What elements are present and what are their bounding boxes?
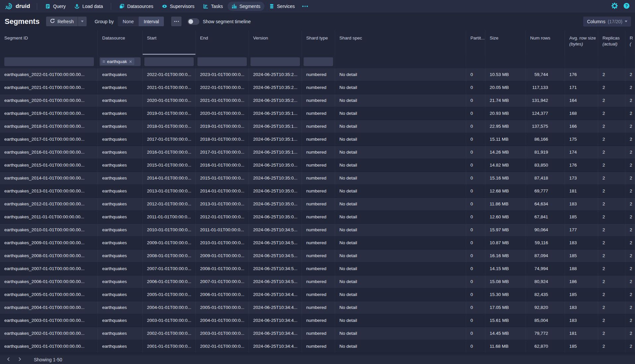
cell-size[interactable]: 15.97 MB <box>485 224 526 236</box>
cell-size[interactable]: 10.87 MB <box>485 237 526 249</box>
cell-replication_factor[interactable]: 2 <box>625 327 635 340</box>
column-header-replicas[interactable]: Replicas(actual) <box>598 30 625 55</box>
cell-version[interactable]: 2024-06-25T10:35:0... <box>249 211 302 223</box>
cell-start[interactable]: 2002-01-01T00:00:0... <box>143 327 196 340</box>
cell-replication_factor[interactable]: 2 <box>625 146 635 159</box>
cell-shard_type[interactable]: numbered <box>302 301 335 314</box>
cell-datasource[interactable]: earthquakes <box>98 81 143 94</box>
cell-start[interactable]: 2004-01-01T00:00:0... <box>143 301 196 314</box>
cell-size[interactable]: 15.16 MB <box>485 172 526 184</box>
refresh-button[interactable]: Refresh <box>46 17 78 26</box>
cell-start[interactable]: 2005-01-01T00:00:0... <box>143 288 196 301</box>
column-header-size[interactable]: Size <box>485 30 526 55</box>
cell-replicas[interactable]: 2 <box>598 133 625 146</box>
cell-partition[interactable]: 0 <box>466 224 485 236</box>
column-header-version[interactable]: Version <box>249 30 302 55</box>
cell-segment_id[interactable]: earthquakes_2014-01-01T00:00:00.00... <box>0 172 98 184</box>
cell-replication_factor[interactable]: 2 <box>625 288 635 301</box>
cell-num_rows[interactable]: 87,418 <box>526 172 565 184</box>
cell-shard_type[interactable]: numbered <box>302 159 335 172</box>
cell-partition[interactable]: 0 <box>466 327 485 340</box>
cell-end[interactable]: 2016-01-01T00:00:0... <box>196 159 249 172</box>
cell-avg_row_size[interactable]: 168 <box>565 107 598 120</box>
cell-shard_spec[interactable]: No detail <box>335 146 466 159</box>
column-header-partition[interactable]: Partit... <box>466 30 485 55</box>
cell-datasource[interactable]: earthquakes <box>98 275 143 288</box>
cell-version[interactable]: 2024-06-25T10:34:4... <box>249 301 302 314</box>
nav-item-load-data[interactable]: Load data <box>70 2 107 11</box>
cell-avg_row_size[interactable]: 188 <box>565 262 598 275</box>
cell-version[interactable]: 2024-06-25T10:35:2... <box>249 81 302 94</box>
cell-version[interactable]: 2024-06-25T10:34:5... <box>249 275 302 288</box>
group-by-interval-button[interactable]: Interval <box>139 17 164 26</box>
cell-avg_row_size[interactable]: 186 <box>565 275 598 288</box>
column-header-shard_spec[interactable]: Shard spec <box>335 30 466 55</box>
cell-datasource[interactable]: earthquakes <box>98 198 143 210</box>
cell-version[interactable]: 2024-06-25T10:35:0... <box>249 198 302 210</box>
cell-shard_spec[interactable]: No detail <box>335 133 466 146</box>
cell-segment_id[interactable]: earthquakes_2011-01-01T00:00:00.00... <box>0 211 98 223</box>
cell-shard_spec[interactable]: No detail <box>335 198 466 210</box>
cell-avg_row_size[interactable]: 177 <box>565 224 598 236</box>
cell-shard_spec[interactable]: No detail <box>335 262 466 275</box>
cell-version[interactable]: 2024-06-25T10:34:4... <box>249 288 302 301</box>
cell-start[interactable]: 2021-01-01T00:00:0... <box>143 81 196 94</box>
cell-shard_type[interactable]: numbered <box>302 185 335 197</box>
column-header-end[interactable]: End <box>196 30 249 55</box>
cell-end[interactable]: 2017-01-01T00:00:0... <box>196 146 249 159</box>
cell-partition[interactable]: 0 <box>466 159 485 172</box>
cell-end[interactable]: 2004-01-01T00:00:0... <box>196 314 249 327</box>
columns-button[interactable]: Columns (17/20) <box>583 17 631 27</box>
cell-segment_id[interactable]: earthquakes_2012-01-01T00:00:00.00... <box>0 198 98 210</box>
cell-shard_type[interactable]: numbered <box>302 340 335 353</box>
cell-num_rows[interactable]: 87,094 <box>526 250 565 262</box>
cell-replicas[interactable]: 2 <box>598 68 625 81</box>
cell-replicas[interactable]: 2 <box>598 262 625 275</box>
cell-replication_factor[interactable]: 2 <box>625 198 635 210</box>
cell-shard_type[interactable]: numbered <box>302 250 335 262</box>
cell-shard_type[interactable]: numbered <box>302 224 335 236</box>
cell-partition[interactable]: 0 <box>466 133 485 146</box>
prev-page-button[interactable] <box>3 356 13 363</box>
cell-replication_factor[interactable]: 2 <box>625 250 635 262</box>
cell-size[interactable]: 11.68 MB <box>485 340 526 353</box>
filter-input-end[interactable] <box>197 57 247 66</box>
cell-end[interactable]: 2023-01-01T00:00:0... <box>196 68 249 81</box>
cell-shard_spec[interactable]: No detail <box>335 314 466 327</box>
nav-item-services[interactable]: Services <box>265 2 299 11</box>
cell-datasource[interactable]: earthquakes <box>98 314 143 327</box>
cell-replication_factor[interactable]: 2 <box>625 301 635 314</box>
cell-size[interactable]: 15.08 MB <box>485 275 526 288</box>
cell-version[interactable]: 2024-06-25T10:34:5... <box>249 262 302 275</box>
cell-end[interactable]: 2015-01-01T00:00:0... <box>196 172 249 184</box>
cell-replication_factor[interactable]: 2 <box>625 185 635 197</box>
cell-replication_factor[interactable]: 2 <box>625 237 635 249</box>
nav-item-supervisors[interactable]: Supervisors <box>158 2 198 11</box>
toolbar-more-button[interactable] <box>171 17 181 26</box>
cell-num_rows[interactable]: 62,870 <box>526 340 565 353</box>
cell-version[interactable]: 2024-06-25T10:34:5... <box>249 224 302 236</box>
cell-avg_row_size[interactable]: 171 <box>565 81 598 94</box>
cell-segment_id[interactable]: earthquakes_2015-01-01T00:00:00.00... <box>0 159 98 172</box>
column-header-avg_row_size[interactable]: Avg. row size(bytes) <box>565 30 598 55</box>
cell-replicas[interactable]: 2 <box>598 146 625 159</box>
cell-start[interactable]: 2001-01-01T00:00:0... <box>143 340 196 353</box>
cell-segment_id[interactable]: earthquakes_2019-01-01T00:00:00.00... <box>0 107 98 120</box>
cell-version[interactable]: 2024-06-25T10:35:0... <box>249 159 302 172</box>
cell-num_rows[interactable]: 117,133 <box>526 81 565 94</box>
cell-replicas[interactable]: 2 <box>598 94 625 107</box>
column-header-datasource[interactable]: Datasource <box>98 30 143 55</box>
filter-input-version[interactable] <box>250 57 300 66</box>
cell-shard_type[interactable]: numbered <box>302 120 335 133</box>
cell-shard_type[interactable]: numbered <box>302 172 335 184</box>
cell-avg_row_size[interactable]: 185 <box>565 340 598 353</box>
cell-size[interactable]: 14.15 MB <box>485 262 526 275</box>
nav-item-segments[interactable]: Segments <box>228 2 264 11</box>
cell-replicas[interactable]: 2 <box>598 275 625 288</box>
cell-shard_spec[interactable]: No detail <box>335 172 466 184</box>
cell-end[interactable]: 2019-01-01T00:00:0... <box>196 120 249 133</box>
cell-size[interactable]: 12.68 MB <box>485 185 526 197</box>
column-header-segment_id[interactable]: Segment ID <box>0 30 98 55</box>
cell-end[interactable]: 2018-01-01T00:00:0... <box>196 133 249 146</box>
cell-partition[interactable]: 0 <box>466 301 485 314</box>
